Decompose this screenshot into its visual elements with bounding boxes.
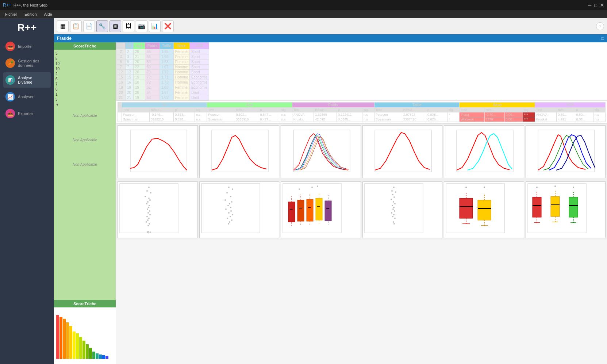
score-row-3: 10 — [55, 61, 114, 66]
svg-point-104 — [393, 221, 394, 223]
svg-point-92 — [393, 196, 395, 198]
cell-id-1: 3 — [126, 54, 134, 60]
svg-point-30 — [146, 203, 147, 204]
minimize-button[interactable]: ─ — [588, 3, 591, 8]
histogram-area — [54, 307, 116, 364]
stats-th-p-id: p — [174, 108, 195, 112]
svg-point-32 — [148, 207, 149, 208]
stats-th-p-age: p — [259, 108, 280, 112]
row-num-7: 19 — [116, 85, 126, 90]
svg-point-100 — [391, 212, 392, 214]
stats-empty-cell2 — [118, 117, 122, 122]
toolbar-tools-btn[interactable]: 🔧 — [96, 20, 108, 32]
svg-rect-14 — [102, 355, 105, 359]
data-row-0: 2 2 20 56 1.65 Femme Sport — [116, 49, 209, 54]
sidebar-item-exporter[interactable]: 📤 Exporter — [3, 106, 51, 121]
tab-maximize-icon[interactable]: □ — [602, 36, 604, 41]
sidebar-item-importer[interactable]: 📥 Importer — [3, 39, 51, 54]
toolbar-chart-btn[interactable]: 📊 — [149, 20, 161, 32]
score-row-8: 6 — [55, 87, 114, 92]
titlebar-controls: ─ □ ✕ — [588, 3, 604, 8]
cell-age-9: 19 — [133, 95, 145, 100]
menu-aide[interactable]: Aide — [41, 11, 56, 17]
svg-point-34 — [149, 210, 150, 212]
svg-rect-106 — [446, 184, 504, 233]
density-chart-poids — [281, 125, 361, 178]
stats-anova-res-poids: 1.32865 — [314, 112, 337, 117]
density-svg-taille — [371, 128, 433, 176]
svg-point-29 — [147, 201, 149, 203]
stats-pearson-p-id: 0.883... — [174, 112, 195, 117]
score-row-1: 3 — [55, 51, 114, 56]
cell-ufr-6: Economie — [189, 80, 209, 85]
svg-text:lq1: lq1 — [147, 230, 151, 234]
cell-taille-2: 1.68 — [160, 60, 174, 65]
svg-point-96 — [392, 205, 393, 206]
boxplot-svg-id: lq1 — [118, 182, 180, 235]
svg-rect-16 — [130, 130, 187, 172]
toolbar-camera-btn[interactable]: 📷 — [136, 20, 147, 32]
svg-point-102 — [392, 216, 393, 217]
non-applicable-3: Non Applicable — [55, 160, 114, 169]
app-logo: R++ — [18, 22, 37, 34]
toolbar-table1-btn[interactable]: 📋 — [70, 20, 82, 32]
svg-rect-11 — [92, 352, 95, 359]
analysis-panel: ScoreTriche 3 5 10 10 2 6 7 6 1 3 ▼ — [54, 42, 607, 364]
menu-fichier[interactable]: Fichier — [1, 11, 21, 17]
svg-point-23 — [148, 187, 150, 188]
stats-spearman-sig-age: n.s — [280, 117, 292, 122]
toolbar-table2-btn[interactable]: 📄 — [83, 20, 95, 32]
stats-kruskal-p-ufr: 0.08... — [575, 117, 593, 122]
cell-ufr-7: Economie — [189, 85, 209, 90]
svg-rect-10 — [89, 348, 92, 359]
score-row-5: 2 — [55, 72, 114, 77]
stats-spearman-taille: Spearman — [374, 117, 402, 122]
stats-th-test-age: Test — [207, 108, 235, 112]
sidebar-item-analyse[interactable]: 📊 AnalyseBivariée — [3, 72, 51, 88]
boxplot-svg-taille — [363, 182, 425, 235]
sidebar-item-gestion[interactable]: 🥕 Gestion des données — [3, 55, 51, 71]
stats-pearson-age: Pearson — [207, 112, 235, 117]
close-button[interactable]: ✕ — [600, 3, 604, 8]
svg-point-45 — [228, 187, 230, 188]
cell-sexe-5: Homme — [173, 75, 189, 80]
toolbar-close-btn[interactable]: ❌ — [162, 20, 174, 32]
density-chart-ufr — [526, 125, 606, 178]
svg-point-35 — [147, 212, 149, 214]
toolbar-grid-btn[interactable]: ▦ — [57, 20, 69, 32]
stats-table: Id Age Poids Taille Sexe UFR TestRésul..… — [118, 102, 606, 122]
svg-rect-17 — [212, 130, 268, 172]
stats-ttest-sexe: T-test — [460, 112, 484, 117]
stats-pearson-p-taille: 0.038... — [426, 112, 447, 117]
menu-edition[interactable]: Edition — [21, 11, 41, 17]
svg-rect-4 — [69, 326, 72, 359]
cell-sexe-1: Femme — [173, 54, 189, 60]
row-num-3: 7 — [116, 65, 126, 70]
cell-age-2: 20 — [133, 60, 145, 65]
maximize-button[interactable]: □ — [594, 3, 597, 8]
right-panel[interactable]: Id Age Poids Taille Sexe UFR 2 2 20 56 1… — [116, 42, 607, 364]
svg-rect-6 — [76, 333, 79, 359]
titlebar: R++ R++, the Next Step ─ □ ✕ — [0, 0, 607, 10]
toolbar-image-btn[interactable]: 🖼 — [123, 20, 134, 32]
non-applicable-1: Non Applicable — [55, 111, 114, 120]
data-row-1: 3 3 21 55 1.66 Femme Sport — [116, 54, 209, 60]
svg-point-33 — [147, 208, 148, 210]
svg-point-99 — [394, 210, 395, 212]
row-num-2: 6 — [116, 60, 126, 65]
boxplot-svg-sexe — [444, 182, 506, 235]
stats-th-sig-taille: sig. — [447, 108, 460, 112]
cell-taille-9: 1.63 — [160, 95, 174, 100]
cell-age-3: 22 — [133, 65, 145, 70]
svg-point-57 — [232, 214, 233, 215]
row-num-9: 21 — [116, 95, 126, 100]
cell-age-1: 21 — [133, 54, 145, 60]
toolbar-grid2-btn[interactable]: ▩ — [110, 20, 121, 32]
gestion-icon: 🥕 — [5, 58, 15, 68]
sidebar-item-analyser[interactable]: 📈 Analyser — [3, 89, 51, 104]
svg-point-97 — [393, 207, 395, 208]
help-icon[interactable]: ? — [596, 22, 604, 30]
cell-ufr-2: Sport — [189, 60, 209, 65]
score-row-more: ▼ — [55, 102, 114, 107]
sidebar-label-importer: Importer — [18, 44, 33, 49]
